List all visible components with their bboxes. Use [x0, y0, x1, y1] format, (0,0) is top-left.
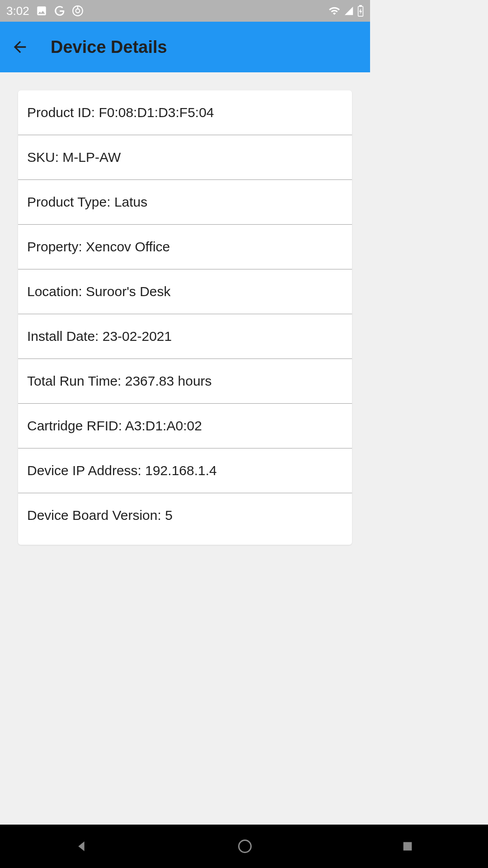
detail-property: Property: Xencov Office: [18, 225, 352, 269]
status-bar-left: 3:02: [6, 4, 84, 18]
content-area: Product ID: F0:08:D1:D3:F5:04 SKU: M-LP-…: [0, 72, 370, 563]
chrome-icon: [72, 5, 84, 17]
details-card: Product ID: F0:08:D1:D3:F5:04 SKU: M-LP-…: [18, 90, 352, 545]
detail-location: Location: Suroor's Desk: [18, 269, 352, 314]
back-button[interactable]: [11, 38, 29, 56]
status-bar: 3:02: [0, 0, 370, 22]
google-icon: [54, 5, 66, 17]
detail-product-id: Product ID: F0:08:D1:D3:F5:04: [18, 90, 352, 135]
detail-run-time: Total Run Time: 2367.83 hours: [18, 359, 352, 404]
detail-product-type: Product Type: Latus: [18, 180, 352, 225]
svg-rect-4: [360, 5, 361, 6]
detail-ip-address: Device IP Address: 192.168.1.4: [18, 448, 352, 493]
photos-icon: [36, 5, 47, 17]
svg-point-1: [75, 9, 80, 13]
status-bar-right: [328, 5, 364, 17]
page-title: Device Details: [51, 38, 167, 57]
status-time: 3:02: [6, 4, 29, 18]
detail-board-version: Device Board Version: 5: [18, 493, 352, 545]
detail-sku: SKU: M-LP-AW: [18, 135, 352, 180]
battery-icon: [357, 5, 364, 17]
detail-cartridge-rfid: Cartridge RFID: A3:D1:A0:02: [18, 404, 352, 448]
app-header: Device Details: [0, 22, 370, 72]
detail-install-date: Install Date: 23-02-2021: [18, 314, 352, 359]
signal-icon: [344, 6, 354, 16]
wifi-icon: [328, 5, 340, 17]
